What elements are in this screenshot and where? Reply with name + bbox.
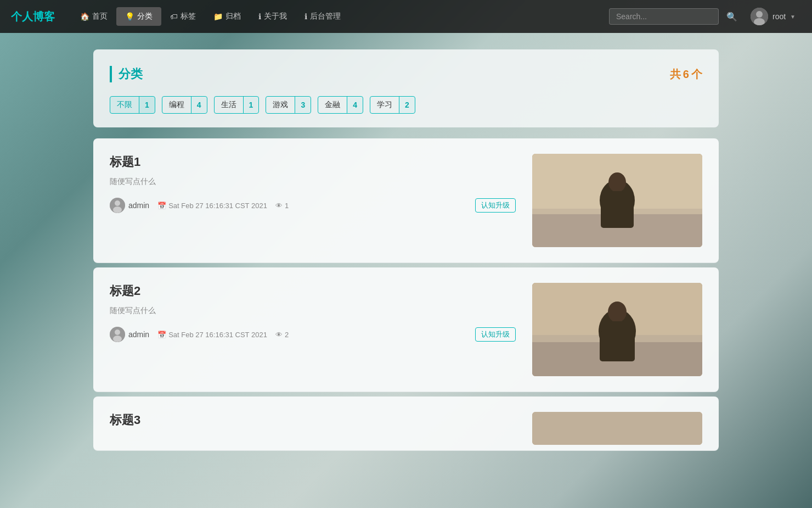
cat-tag-life[interactable]: 生活 1 [214, 96, 260, 114]
views-text-2: 2 [285, 331, 289, 339]
count-prefix: 共 [670, 68, 681, 80]
svg-point-20 [608, 302, 627, 322]
svg-point-1 [756, 11, 763, 18]
svg-point-15 [113, 336, 122, 342]
nav-item-about[interactable]: ℹ 关于我 [250, 7, 296, 26]
article-tag-1[interactable]: 认知升级 [475, 198, 516, 213]
svg-point-14 [115, 330, 120, 335]
main-content: 分类 共 6 个 不限 1 编程 4 生活 1 游戏 3 [82, 49, 730, 455]
cat-tag-games[interactable]: 游戏 3 [266, 96, 311, 114]
search-button[interactable]: 🔍 [724, 9, 740, 24]
article-views-1: 👁 1 [275, 202, 289, 210]
cat-tag-name-finance: 金融 [318, 97, 347, 113]
article-thumb-3 [532, 412, 702, 445]
home-icon: 🏠 [80, 12, 89, 21]
article-desc-2: 随便写点什么 [110, 306, 516, 316]
author-avatar-icon-1 [110, 198, 125, 213]
cat-tag-count-unlimited: 1 [139, 97, 155, 113]
nav-item-home[interactable]: 🏠 首页 [71, 7, 116, 26]
archive-icon: 📁 [213, 12, 223, 21]
author-avatar-icon-2 [110, 327, 125, 342]
article-views-2: 👁 2 [275, 331, 289, 339]
category-title: 分类 [110, 66, 143, 82]
author-name-1: admin [128, 201, 149, 210]
cat-tag-programming[interactable]: 编程 4 [162, 96, 207, 114]
table-row: 标题1 随便写点什么 admin 📅 [93, 138, 719, 263]
about-icon: ℹ [258, 12, 261, 21]
table-row: 标题2 随便写点什么 admin 📅 [93, 267, 719, 392]
avatar-icon [751, 8, 768, 25]
nav-item-admin[interactable]: ℹ 后台管理 [296, 7, 349, 26]
article-list: 标题1 随便写点什么 admin 📅 [93, 138, 719, 455]
svg-point-4 [115, 200, 120, 206]
table-row: 标题3 [93, 397, 719, 451]
article-meta-2: admin 📅 Sat Feb 27 16:16:31 CST 2021 👁 2… [110, 327, 516, 342]
article-tag-2[interactable]: 认知升级 [475, 327, 516, 342]
nav-label-category: 分类 [137, 12, 153, 21]
svg-rect-23 [532, 412, 702, 445]
cat-tag-study[interactable]: 学习 2 [370, 96, 415, 114]
cat-tag-count-programming: 4 [191, 97, 207, 113]
cat-tag-finance[interactable]: 金融 4 [318, 96, 363, 114]
category-tags: 不限 1 编程 4 生活 1 游戏 3 金融 4 学习 2 [110, 96, 702, 114]
article-author-2: admin [110, 327, 149, 342]
cat-tag-name-unlimited: 不限 [110, 97, 139, 113]
author-avatar-2 [110, 327, 125, 342]
nav-item-tags[interactable]: 🏷 标签 [161, 7, 205, 26]
chevron-down-icon: ▼ [790, 14, 796, 20]
article-title-1[interactable]: 标题1 [110, 154, 516, 170]
admin-icon: ℹ [304, 12, 307, 21]
svg-rect-11 [601, 200, 634, 228]
svg-rect-21 [600, 331, 635, 361]
eye-icon-2: 👁 [275, 331, 283, 339]
article-thumb-2 [532, 283, 702, 376]
article-desc-1: 随便写点什么 [110, 177, 516, 187]
article-date-1: 📅 Sat Feb 27 16:16:31 CST 2021 [157, 202, 267, 210]
nav-label-about: 关于我 [264, 12, 287, 21]
article-thumbnail-2 [532, 283, 702, 376]
cat-tag-name-programming: 编程 [162, 97, 191, 113]
category-card: 分类 共 6 个 不限 1 编程 4 生活 1 游戏 3 [93, 49, 719, 127]
svg-rect-12 [611, 191, 624, 202]
cat-tag-count-games: 3 [295, 97, 311, 113]
article-title-2[interactable]: 标题2 [110, 283, 516, 299]
count-number: 6 [683, 68, 689, 80]
svg-point-5 [113, 206, 122, 213]
nav-item-archive[interactable]: 📁 归档 [205, 7, 250, 26]
nav-label-admin: 后台管理 [310, 12, 341, 21]
nav-search-area: 🔍 root ▼ [609, 8, 801, 25]
article-author-1: admin [110, 198, 149, 213]
article-date-2: 📅 Sat Feb 27 16:16:31 CST 2021 [157, 331, 267, 339]
cat-tag-unlimited[interactable]: 不限 1 [110, 96, 155, 114]
article-content-2: 标题2 随便写点什么 admin 📅 [110, 283, 532, 342]
tags-icon: 🏷 [170, 12, 178, 21]
calendar-icon-1: 📅 [157, 202, 166, 210]
cat-tag-name-study: 学习 [370, 97, 399, 113]
article-thumbnail-3 [532, 412, 702, 445]
date-text-1: Sat Feb 27 16:16:31 CST 2021 [168, 202, 267, 210]
nav-item-category[interactable]: 💡 分类 [116, 7, 161, 26]
calendar-icon-2: 📅 [157, 331, 166, 339]
cat-tag-count-study: 2 [399, 97, 415, 113]
author-avatar-1 [110, 198, 125, 213]
svg-rect-22 [610, 321, 624, 333]
category-count: 共 6 个 [670, 67, 702, 82]
article-title-3[interactable]: 标题3 [110, 412, 516, 428]
eye-icon-1: 👁 [275, 202, 283, 210]
nav-label-tags: 标签 [181, 12, 196, 21]
avatar [751, 8, 768, 25]
cat-tag-count-finance: 4 [347, 97, 363, 113]
nav-brand[interactable]: 个人博客 [11, 9, 55, 24]
article-content-3: 标题3 [110, 412, 532, 435]
nav-label-home: 首页 [92, 12, 108, 21]
nav-user[interactable]: root ▼ [745, 8, 801, 25]
nav-label-archive: 归档 [225, 12, 241, 21]
views-text-1: 1 [285, 202, 289, 210]
search-input[interactable] [609, 8, 719, 25]
article-content-1: 标题1 随便写点什么 admin 📅 [110, 154, 532, 213]
category-icon: 💡 [125, 12, 134, 21]
article-meta-1: admin 📅 Sat Feb 27 16:16:31 CST 2021 👁 1… [110, 198, 516, 213]
category-header: 分类 共 6 个 [110, 66, 702, 82]
username-label: root [772, 12, 786, 21]
cat-tag-count-life: 1 [244, 97, 259, 113]
